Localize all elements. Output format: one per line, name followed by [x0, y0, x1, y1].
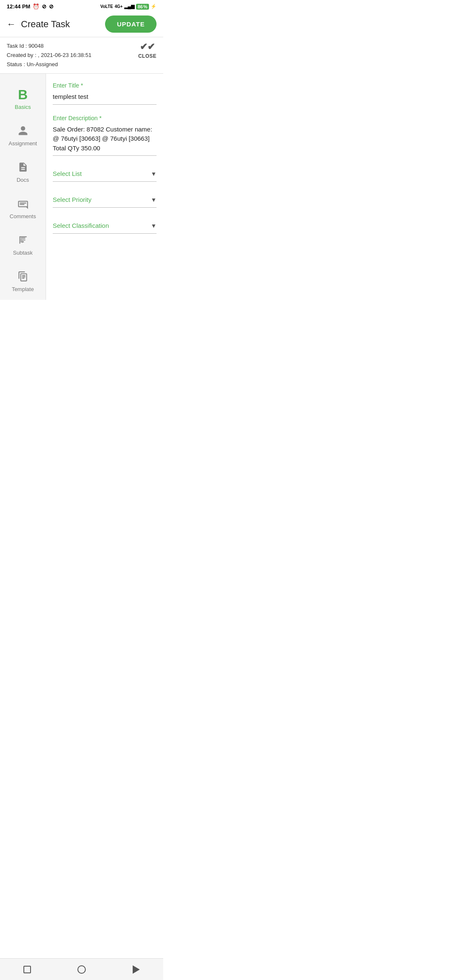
double-check-icon: ✔✔	[140, 41, 155, 52]
sidebar: B Basics Assignment Docs	[0, 74, 46, 300]
sidebar-label-assignment: Assignment	[9, 140, 37, 147]
select-list-arrow-icon: ▼	[151, 170, 157, 177]
back-button[interactable]: ←	[7, 19, 16, 30]
signal-icon: ⊘	[42, 3, 46, 10]
select-list-label: Select List	[53, 170, 82, 177]
time: 12:44 PM	[7, 3, 30, 10]
status-right: VoLTE 4G+ ▂▄▆ 86% ⚡	[100, 4, 157, 10]
status-left: 12:44 PM ⏰ ⊘ ⊘	[7, 3, 54, 10]
header-left: ← Create Task	[7, 19, 70, 30]
close-label: CLOSE	[138, 53, 157, 59]
charging-icon: ⚡	[151, 4, 157, 9]
sidebar-item-basics[interactable]: B Basics	[0, 80, 46, 118]
svg-text:↳: ↳	[20, 238, 24, 244]
alarm-icon: ⏰	[33, 3, 39, 10]
sidebar-item-docs[interactable]: Docs	[0, 154, 46, 191]
sidebar-label-subtask: Subtask	[13, 250, 33, 256]
signal-bars-icon: ▂▄▆	[124, 4, 134, 9]
status-bar: 12:44 PM ⏰ ⊘ ⊘ VoLTE 4G+ ▂▄▆ 86% ⚡	[0, 0, 163, 11]
assignment-icon	[18, 125, 28, 138]
comments-icon	[18, 198, 28, 211]
description-label: Enter Description *	[53, 115, 157, 121]
description-field: Enter Description * Sale Order: 87082 Cu…	[53, 115, 157, 156]
page-title: Create Task	[21, 19, 70, 30]
data-icon: ⊘	[49, 3, 54, 10]
close-button[interactable]: ✔✔ CLOSE	[138, 41, 157, 59]
task-info-bar: Task Id : 90048 Created by : , 2021-06-2…	[0, 37, 163, 73]
template-icon	[18, 271, 28, 284]
task-id: Task Id : 90048	[7, 41, 91, 51]
sidebar-label-comments: Comments	[10, 213, 36, 219]
battery-icon: 86%	[136, 4, 149, 10]
network-icon: 4G+	[115, 4, 123, 9]
select-list-dropdown[interactable]: Select List ▼	[53, 166, 157, 182]
select-priority-arrow-icon: ▼	[151, 196, 157, 203]
main-container: B Basics Assignment Docs	[0, 74, 163, 300]
sidebar-item-comments[interactable]: Comments	[0, 191, 46, 227]
sidebar-label-template: Template	[12, 286, 34, 292]
select-priority-dropdown[interactable]: Select Priority ▼	[53, 192, 157, 208]
sidebar-label-basics: Basics	[15, 104, 31, 110]
form-content: Enter Title * templest test Enter Descri…	[46, 74, 163, 300]
select-priority-label: Select Priority	[53, 196, 92, 203]
sidebar-item-subtask[interactable]: ↳ Subtask	[0, 227, 46, 263]
created-by: Created by : , 2021-06-23 16:38:51	[7, 51, 91, 60]
description-value[interactable]: Sale Order: 87082 Customer name: @ 76uty…	[53, 123, 157, 156]
title-value[interactable]: templest test	[53, 90, 157, 105]
select-classification-arrow-icon: ▼	[151, 222, 157, 229]
select-classification-dropdown[interactable]: Select Classification ▼	[53, 218, 157, 234]
sidebar-item-template[interactable]: Template	[0, 263, 46, 300]
basics-icon: B	[18, 88, 28, 101]
volte-icon: VoLTE	[100, 4, 113, 9]
title-field: Enter Title * templest test	[53, 82, 157, 105]
sidebar-label-docs: Docs	[17, 177, 29, 183]
task-status: Status : Un-Assigned	[7, 60, 91, 69]
select-classification-label: Select Classification	[53, 222, 109, 229]
header: ← Create Task UPDATE	[0, 11, 163, 37]
docs-icon	[18, 162, 28, 174]
sidebar-item-assignment[interactable]: Assignment	[0, 118, 46, 154]
update-button[interactable]: UPDATE	[105, 15, 157, 33]
task-info-text: Task Id : 90048 Created by : , 2021-06-2…	[7, 41, 91, 69]
subtask-icon: ↳	[18, 235, 28, 247]
title-label: Enter Title *	[53, 82, 157, 89]
